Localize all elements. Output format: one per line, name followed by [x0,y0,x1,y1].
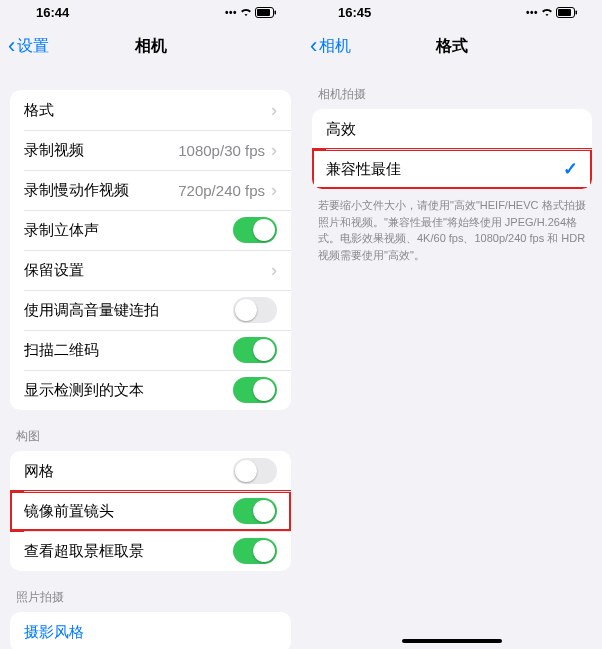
row-photographic-styles[interactable]: 摄影风格 [10,612,291,649]
cellular-icon: ••• [526,7,538,18]
chevron-right-icon: › [271,101,277,119]
row-label: 镜像前置镜头 [24,502,233,521]
wifi-icon [239,7,253,17]
home-indicator[interactable] [402,639,502,643]
chevron-right-icon: › [271,141,277,159]
group-formats: 高效 兼容性最佳 ✓ [312,109,592,189]
row-most-compatible[interactable]: 兼容性最佳 ✓ [312,149,592,189]
row-label: 录制视频 [24,141,178,160]
svg-rect-5 [576,10,578,14]
chevron-left-icon: ‹ [8,35,15,57]
wifi-icon [540,7,554,17]
footer-text: 若要缩小文件大小，请使用"高效"HEIF/HEVC 格式拍摄照片和视频。"兼容性… [302,189,602,263]
row-detect-text[interactable]: 显示检测到的文本 [10,370,291,410]
row-label: 格式 [24,101,271,120]
svg-rect-4 [558,9,571,16]
formats-screen: 16:45 ••• ‹ 相机 格式 相机拍摄 高效 兼容性最佳 ✓ 若要缩小 [301,0,602,649]
status-time: 16:45 [338,5,371,20]
row-stereo[interactable]: 录制立体声 [10,210,291,250]
row-mirror-front[interactable]: 镜像前置镜头 [10,491,291,531]
back-label: 设置 [17,36,49,57]
row-label: 摄影风格 [24,623,277,642]
svg-rect-2 [275,10,277,14]
row-label: 兼容性最佳 [326,160,563,179]
back-button[interactable]: ‹ 设置 [0,35,49,57]
checkmark-icon: ✓ [563,158,578,180]
section-header-photo-capture: 照片拍摄 [0,571,301,612]
detect-text-toggle[interactable] [233,377,277,403]
row-volume-burst[interactable]: 使用调高音量键连拍 [10,290,291,330]
row-preserve[interactable]: 保留设置 › [10,250,291,290]
row-high-efficiency[interactable]: 高效 [312,109,592,149]
row-scan-qr[interactable]: 扫描二维码 [10,330,291,370]
row-label: 查看超取景框取景 [24,542,233,561]
row-label: 扫描二维码 [24,341,233,360]
section-header-composition: 构图 [0,410,301,451]
status-bar: 16:44 ••• [0,0,301,24]
battery-icon [255,7,277,18]
row-formats[interactable]: 格式 › [10,90,291,130]
row-record-video[interactable]: 录制视频 1080p/30 fps › [10,130,291,170]
status-indicators: ••• [225,7,277,18]
chevron-right-icon: › [271,181,277,199]
row-label: 使用调高音量键连拍 [24,301,233,320]
row-label: 录制立体声 [24,221,233,240]
section-header-camera-capture: 相机拍摄 [302,68,602,109]
row-grid[interactable]: 网格 [10,451,291,491]
chevron-left-icon: ‹ [310,35,317,57]
battery-icon [556,7,578,18]
row-label: 保留设置 [24,261,271,280]
row-detail: 1080p/30 fps [178,142,265,159]
row-label: 网格 [24,462,233,481]
scan-qr-toggle[interactable] [233,337,277,363]
mirror-front-toggle[interactable] [233,498,277,524]
row-detail: 720p/240 fps [178,182,265,199]
status-bar: 16:45 ••• [302,0,602,24]
status-indicators: ••• [526,7,578,18]
group-photo-capture: 摄影风格 [10,612,291,649]
stereo-toggle[interactable] [233,217,277,243]
back-button[interactable]: ‹ 相机 [302,35,351,57]
grid-toggle[interactable] [233,458,277,484]
view-outside-toggle[interactable] [233,538,277,564]
nav-bar: ‹ 相机 格式 [302,24,602,68]
row-label: 录制慢动作视频 [24,181,178,200]
svg-rect-1 [257,9,270,16]
row-record-slomo[interactable]: 录制慢动作视频 720p/240 fps › [10,170,291,210]
group-composition: 网格 镜像前置镜头 查看超取景框取景 [10,451,291,571]
row-view-outside-frame[interactable]: 查看超取景框取景 [10,531,291,571]
group-capture: 格式 › 录制视频 1080p/30 fps › 录制慢动作视频 720p/24… [10,90,291,410]
volume-burst-toggle[interactable] [233,297,277,323]
status-time: 16:44 [36,5,69,20]
row-label: 显示检测到的文本 [24,381,233,400]
camera-settings-screen: 16:44 ••• ‹ 设置 相机 格式 › 录制视频 1080p/30 fps… [0,0,301,649]
back-label: 相机 [319,36,351,57]
nav-bar: ‹ 设置 相机 [0,24,301,68]
cellular-icon: ••• [225,7,237,18]
row-label: 高效 [326,120,578,139]
chevron-right-icon: › [271,261,277,279]
